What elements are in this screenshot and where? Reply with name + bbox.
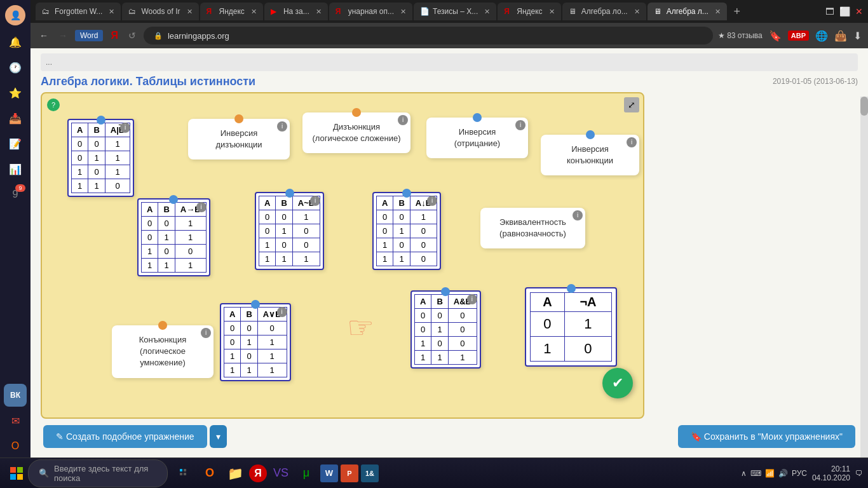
restore-btn[interactable]: ⬜ xyxy=(839,6,850,17)
taskbar-vs[interactable]: VS xyxy=(269,462,292,485)
tab-close[interactable]: ✕ xyxy=(187,8,193,16)
tab-woods[interactable]: 🗂 Woods of Ir ✕ xyxy=(122,3,198,20)
card-inversion-disjunction: i Инверсия дизъюнкции xyxy=(188,119,290,159)
finger-cursor: ☞ xyxy=(347,309,374,345)
tab-close[interactable]: ✕ xyxy=(400,8,406,16)
sidebar-history[interactable]: 🕐 xyxy=(4,56,27,79)
sidebar: 👤 🔔 🕐 ⭐ 📥 📝 📊 9 9 ВК ✉ O + xyxy=(0,0,31,488)
tab-close[interactable]: ✕ xyxy=(715,8,721,16)
address-input[interactable]: 🔒 learningapps.org xyxy=(144,27,713,44)
word-btn[interactable]: Word xyxy=(75,30,103,41)
taskbar-yandex-browser[interactable]: Я xyxy=(249,464,267,482)
user-avatar[interactable]: 👤 xyxy=(5,5,25,25)
tab-label: Алгебра ло... xyxy=(581,7,628,16)
wallet-icon[interactable]: 👜 xyxy=(834,30,847,42)
sidebar-notes[interactable]: 📝 xyxy=(4,132,27,155)
tab-label: унарная оп... xyxy=(348,7,394,16)
tab-yandex2[interactable]: Я Яндекс ✕ xyxy=(498,3,560,20)
taskbar-ppt[interactable]: P xyxy=(341,464,358,482)
tab-favicon: Я xyxy=(504,7,513,16)
dot-orange-inv-disj xyxy=(234,114,243,123)
bookmark-icon[interactable]: 🔖 xyxy=(769,30,782,42)
tab-close[interactable]: ✕ xyxy=(251,8,257,16)
info-btn-4[interactable]: i xyxy=(427,196,437,206)
back-btn[interactable]: ← xyxy=(37,28,51,43)
taskbar-explorer[interactable]: 📁 xyxy=(224,462,247,485)
save-btn[interactable]: 🔖 Сохранить в "Моих упражнениях" xyxy=(678,425,855,448)
up-arrow-icon[interactable]: ∧ xyxy=(741,469,747,478)
taskbar-word[interactable]: W xyxy=(320,464,338,482)
refresh-btn[interactable]: ↺ xyxy=(126,28,139,43)
sidebar-notification[interactable]: 🔔 xyxy=(4,30,27,53)
download-icon[interactable]: ⬇ xyxy=(853,30,862,42)
tab-favicon: 🖥 xyxy=(654,7,663,16)
tab-video[interactable]: ▶ На за... ✕ xyxy=(264,3,328,20)
adblock-icon[interactable]: ABP xyxy=(788,30,809,41)
conjunction-label: Конъюнкция (логическое умножение) xyxy=(117,330,208,373)
taskbar-clock[interactable]: 20:11 04.10.2020 xyxy=(812,464,850,482)
keyboard-icon[interactable]: ⌨ xyxy=(750,469,761,478)
tab-algebra2-active[interactable]: 🖥 Алгебра л... ✕ xyxy=(648,3,727,20)
volume-icon[interactable]: 🔊 xyxy=(778,469,788,478)
tab-yandex1[interactable]: Я Яндекс ✕ xyxy=(200,3,263,20)
sidebar-badge-item[interactable]: 9 9 xyxy=(4,183,27,206)
tab-forgotten[interactable]: 🗂 Forgotten W... ✕ xyxy=(36,3,121,20)
language-text[interactable]: РУС xyxy=(792,469,807,478)
sidebar-stats[interactable]: 📊 xyxy=(4,158,27,180)
sidebar-bookmarks[interactable]: ⭐ xyxy=(4,81,27,104)
info-btn-6[interactable]: i xyxy=(467,294,477,304)
network-icon[interactable]: 📶 xyxy=(765,469,775,478)
yandex-search-icon[interactable]: Я xyxy=(108,27,121,44)
taskbar-opera[interactable]: O xyxy=(198,462,221,485)
taskbar-right: ∧ ⌨ 📶 🔊 РУС 20:11 04.10.2020 🗨 xyxy=(741,464,863,482)
globe-icon[interactable]: 🌐 xyxy=(815,30,828,42)
tab-favicon: Я xyxy=(336,7,344,16)
card-disjunction: i Дизъюнкция (логическое сложение) xyxy=(302,112,410,153)
create-btn-dropdown[interactable]: ▾ xyxy=(210,425,227,448)
tab-thesis[interactable]: 📄 Тезисы – X... ✕ xyxy=(414,3,496,20)
tab-close[interactable]: ✕ xyxy=(634,8,640,16)
table-card-2: i ABA→B 001 011 100 111 xyxy=(137,198,210,276)
taskbar-search-text: Введите здесь текст для поиска xyxy=(54,464,157,483)
taskbar-torrent[interactable]: μ xyxy=(295,462,318,485)
new-tab-btn[interactable]: + xyxy=(728,3,746,20)
tab-bar: 🗂 Forgotten W... ✕ 🗂 Woods of Ir ✕ Я Янд… xyxy=(31,0,868,23)
taskbar-sys-icons: ∧ ⌨ 📶 🔊 РУС xyxy=(741,469,807,478)
tab-close[interactable]: ✕ xyxy=(109,8,114,16)
info-btn-conj[interactable]: i xyxy=(201,328,211,338)
sidebar-downloads[interactable]: 📥 xyxy=(4,107,27,130)
table-card-1: i ABA|B 001 011 101 110 xyxy=(67,119,134,197)
start-btn[interactable] xyxy=(5,462,28,485)
sidebar-mail[interactable]: ✉ xyxy=(4,409,27,432)
dot-blue-5 xyxy=(251,300,260,309)
info-btn-inv-disj[interactable]: i xyxy=(277,121,287,132)
info-btn-2[interactable]: i xyxy=(196,202,207,212)
tab-close[interactable]: ✕ xyxy=(316,8,322,16)
dot-blue-inv-conj xyxy=(586,130,595,139)
scrollbar[interactable] xyxy=(860,97,868,458)
minimize-btn[interactable]: 🗖 xyxy=(825,6,834,17)
close-browser-btn[interactable]: ✕ xyxy=(855,6,863,17)
taskbar-cortana[interactable] xyxy=(173,462,196,485)
check-btn[interactable]: ✔ xyxy=(602,368,633,398)
forward-btn[interactable]: → xyxy=(56,28,70,43)
inversion-disjunction-label: Инверсия дизъюнкции xyxy=(193,124,285,154)
sidebar-opera[interactable]: O xyxy=(4,435,27,458)
scrollbar-thumb[interactable] xyxy=(860,97,868,116)
info-btn-equiv[interactable]: i xyxy=(573,210,583,220)
address-right-controls: ★ 83 отзыва 🔖 ABP 🌐 👜 ⬇ xyxy=(718,30,862,42)
tab-unary[interactable]: Я унарная оп... ✕ xyxy=(329,3,412,20)
info-btn-5[interactable]: i xyxy=(277,307,287,317)
lock-icon: 🔒 xyxy=(154,32,163,40)
taskbar-other[interactable]: 1& xyxy=(361,464,379,482)
sidebar-vk[interactable]: ВК xyxy=(4,384,27,407)
info-btn-disj[interactable]: i xyxy=(398,115,408,125)
tab-close[interactable]: ✕ xyxy=(549,8,555,16)
tab-close[interactable]: ✕ xyxy=(484,8,490,16)
notification-center-icon[interactable]: 🗨 xyxy=(855,469,863,478)
tab-algebra1[interactable]: 🖥 Алгебра ло... ✕ xyxy=(562,3,646,20)
taskbar-search[interactable]: 🔍 Введите здесь текст для поиска xyxy=(28,459,168,487)
info-btn-inv-conj[interactable]: i xyxy=(627,137,637,147)
info-btn-neg[interactable]: i xyxy=(515,120,526,130)
create-btn[interactable]: ✎ Создать подобное упражнение xyxy=(43,425,207,448)
